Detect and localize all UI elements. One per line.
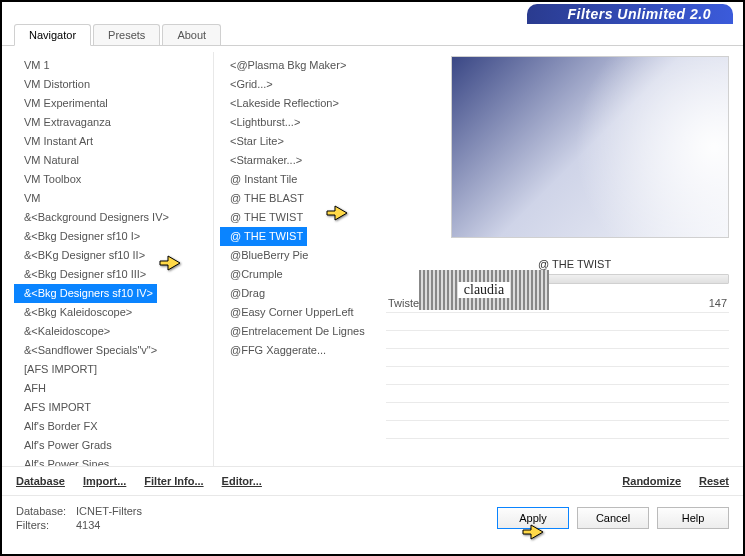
list-item[interactable]: &<Kaleidoscope>	[14, 322, 213, 341]
tab-bar: Navigator Presets About	[2, 24, 743, 46]
tab-navigator[interactable]: Navigator	[14, 24, 91, 46]
param-row-empty	[386, 349, 729, 367]
list-item[interactable]: Alf's Border FX	[14, 417, 213, 436]
filters-value: 4134	[76, 519, 100, 531]
list-item[interactable]: @ THE TWIST	[220, 208, 378, 227]
filters-label: Filters:	[16, 518, 76, 532]
footer-info: Database:ICNET-Filters Filters:4134	[16, 504, 489, 532]
param-row-empty	[386, 403, 729, 421]
list-item[interactable]: VM Distortion	[14, 75, 213, 94]
list-item[interactable]: @FFG Xaggerate...	[220, 341, 378, 360]
list-item[interactable]: &<BKg Designer sf10 II>	[14, 246, 213, 265]
help-button[interactable]: Help	[657, 507, 729, 529]
param-row-empty	[386, 385, 729, 403]
list-item[interactable]: VM 1	[14, 56, 213, 75]
preview-panel: @ THE TWIST Twistensity 147	[384, 52, 731, 466]
db-label: Database:	[16, 504, 76, 518]
list-item[interactable]: &<Bkg Designer sf10 III>	[14, 265, 213, 284]
list-item[interactable]: &<Bkg Designer sf10 I>	[14, 227, 213, 246]
filter-info-button[interactable]: Filter Info...	[144, 475, 203, 487]
param-row-empty	[386, 421, 729, 439]
title-banner: Filters Unlimited 2.0	[527, 4, 733, 24]
list-item[interactable]: VM Natural	[14, 151, 213, 170]
list-item[interactable]: &<Bkg Kaleidoscope>	[14, 303, 213, 322]
list-item[interactable]: VM Extravaganza	[14, 113, 213, 132]
list-item[interactable]: <@Plasma Bkg Maker>	[220, 56, 378, 75]
database-button[interactable]: Database	[16, 475, 65, 487]
list-item[interactable]: &<Background Designers IV>	[14, 208, 213, 227]
list-item[interactable]: @Crumple	[220, 265, 378, 284]
list-item[interactable]: VM Toolbox	[14, 170, 213, 189]
swirl-effect-icon	[452, 57, 728, 237]
filter-list[interactable]: <@Plasma Bkg Maker><Grid...><Lakeside Re…	[214, 52, 384, 466]
list-item[interactable]: @ THE BLAST	[220, 189, 378, 208]
import-button[interactable]: Import...	[83, 475, 126, 487]
selected-filter-name: @ THE TWIST	[536, 254, 729, 274]
cancel-button[interactable]: Cancel	[577, 507, 649, 529]
param-value: 147	[709, 297, 727, 309]
list-item[interactable]: @Drag	[220, 284, 378, 303]
list-item[interactable]: <Starmaker...>	[220, 151, 378, 170]
footer: Database:ICNET-Filters Filters:4134 Appl…	[2, 496, 743, 540]
list-item[interactable]: VM	[14, 189, 213, 208]
preview-image	[451, 56, 729, 238]
list-item[interactable]: &<Bkg Designers sf10 IV>	[14, 284, 157, 303]
list-item[interactable]: <Grid...>	[220, 75, 378, 94]
list-item[interactable]: <Lightburst...>	[220, 113, 378, 132]
link-button-row: Database Import... Filter Info... Editor…	[2, 466, 743, 496]
reset-button[interactable]: Reset	[699, 475, 729, 487]
watermark: claudia	[419, 270, 549, 310]
param-row-empty	[386, 331, 729, 349]
editor-button[interactable]: Editor...	[222, 475, 262, 487]
param-row-empty	[386, 367, 729, 385]
list-item[interactable]: <Star Lite>	[220, 132, 378, 151]
tab-about[interactable]: About	[162, 24, 221, 45]
tab-presets[interactable]: Presets	[93, 24, 160, 45]
list-item[interactable]: @BlueBerry Pie	[220, 246, 378, 265]
list-item[interactable]: @Easy Corner UpperLeft	[220, 303, 378, 322]
list-item[interactable]: @Entrelacement De Lignes	[220, 322, 378, 341]
list-item[interactable]: AFH	[14, 379, 213, 398]
randomize-button[interactable]: Randomize	[622, 475, 681, 487]
progress-bar	[536, 274, 729, 284]
db-value: ICNET-Filters	[76, 505, 142, 517]
list-item[interactable]: AFS IMPORT	[14, 398, 213, 417]
list-item[interactable]: VM Experimental	[14, 94, 213, 113]
list-item[interactable]: @ THE TWIST	[220, 227, 307, 246]
list-item[interactable]: &<Sandflower Specials"v">	[14, 341, 213, 360]
list-item[interactable]: [AFS IMPORT]	[14, 360, 213, 379]
list-item[interactable]: <Lakeside Reflection>	[220, 94, 378, 113]
param-row-empty	[386, 313, 729, 331]
category-list[interactable]: VM 1VM DistortionVM ExperimentalVM Extra…	[14, 52, 214, 466]
apply-button[interactable]: Apply	[497, 507, 569, 529]
watermark-text: claudia	[458, 282, 510, 298]
list-item[interactable]: Alf's Power Sines	[14, 455, 213, 466]
list-item[interactable]: VM Instant Art	[14, 132, 213, 151]
list-item[interactable]: @ Instant Tile	[220, 170, 378, 189]
list-item[interactable]: Alf's Power Grads	[14, 436, 213, 455]
